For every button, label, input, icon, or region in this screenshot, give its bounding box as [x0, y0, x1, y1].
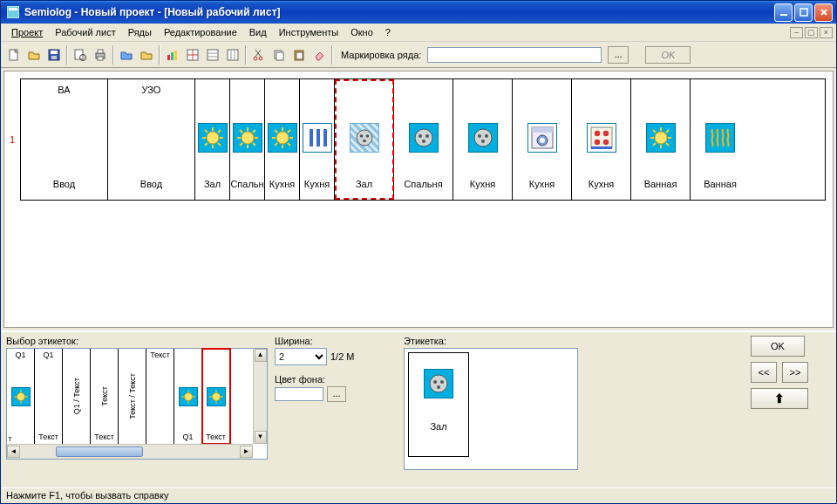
row-cell[interactable]: Ванная [631, 79, 691, 200]
actions-section: OK << >> ⬆ [751, 336, 831, 484]
preview-card: Зал [408, 352, 469, 457]
chart-icon[interactable] [163, 45, 182, 65]
row-cell[interactable]: Зал [335, 79, 394, 200]
lamp-icon [233, 123, 262, 153]
menu-edit[interactable]: Редактирование [159, 25, 242, 39]
menu-worksheet[interactable]: Рабочий лист [50, 25, 120, 39]
svg-line-93 [666, 143, 669, 146]
grid3-icon[interactable] [223, 45, 242, 65]
scroll-right-icon[interactable]: ► [240, 446, 253, 458]
svg-point-69 [415, 129, 432, 146]
mdi-restore-button[interactable]: ▢ [805, 27, 818, 38]
row-cell[interactable]: Спальн [230, 79, 265, 200]
minimize-button[interactable] [774, 3, 793, 22]
workspace: 1 ВАВводУЗОВводЗалСпальнКухняКухняЗалСпа… [3, 71, 834, 328]
row-cell[interactable]: Кухня [265, 79, 300, 200]
vertical-scrollbar[interactable]: ▲ ▼ [253, 349, 267, 444]
svg-point-68 [363, 140, 366, 143]
up-button[interactable]: ⬆ [751, 388, 808, 409]
bars-icon [303, 123, 332, 153]
washer-icon [527, 123, 557, 153]
next-button[interactable]: >> [782, 362, 808, 383]
grid2-icon[interactable] [203, 45, 222, 65]
grid1-icon[interactable] [183, 45, 202, 65]
picker-cell[interactable]: Q1Текст [35, 349, 63, 444]
svg-point-67 [365, 134, 369, 138]
picker-cell[interactable]: Q1 [174, 349, 202, 444]
mdi-minimize-button[interactable]: – [790, 27, 803, 38]
row-marking-input[interactable] [427, 47, 602, 63]
picker-cell[interactable]: TQ1 [7, 349, 35, 444]
cell-bottom-text: Кухня [470, 179, 495, 191]
copy-icon[interactable] [269, 45, 289, 65]
bgcolor-input[interactable] [275, 387, 323, 401]
svg-point-74 [478, 134, 481, 138]
print-preview-icon[interactable] [71, 45, 90, 65]
paste-icon[interactable] [289, 45, 309, 65]
scroll-thumb[interactable] [56, 446, 143, 457]
picker-cell[interactable]: Текст [146, 349, 174, 444]
svg-point-75 [485, 134, 488, 138]
erase-icon[interactable] [310, 45, 329, 65]
picker-cell[interactable]: Q1 / Текст [63, 349, 91, 444]
horizontal-scrollbar[interactable]: ◄ ► [7, 444, 253, 459]
picker-cell[interactable]: Текст / Текст [119, 349, 146, 444]
open-icon[interactable] [24, 45, 44, 65]
cell-bottom-text: Кухня [269, 179, 295, 191]
print-icon[interactable] [91, 45, 110, 65]
menu-rows[interactable]: Ряды [123, 25, 157, 39]
folder-blue-icon[interactable] [117, 45, 136, 65]
row-marking-ellipsis-button[interactable]: ... [608, 46, 629, 64]
mdi-close-button[interactable]: × [820, 27, 833, 38]
cell-top-text: УЗО [142, 85, 161, 97]
app-window: Semiolog - Новый проект - [Новый рабочий… [0, 0, 837, 504]
picker-cell[interactable]: ТекстТекст [91, 349, 119, 444]
cut-icon[interactable] [249, 45, 269, 65]
close-button[interactable] [814, 3, 833, 22]
svg-point-83 [602, 131, 608, 136]
lamp-icon [11, 387, 31, 406]
scroll-left-icon[interactable]: ◄ [7, 446, 20, 458]
row-cell[interactable]: Спальня [394, 79, 453, 200]
svg-line-92 [653, 130, 656, 133]
cell-bottom-text: Зал [356, 179, 372, 191]
statusbar: Нажмите F1, чтобы вызвать справку [1, 487, 836, 503]
svg-line-94 [666, 130, 669, 133]
ok-button[interactable]: OK [751, 336, 805, 357]
maximize-button[interactable] [794, 3, 813, 22]
row-cell[interactable]: Кухня [453, 79, 513, 200]
menu-window[interactable]: Окно [345, 25, 378, 39]
svg-point-87 [655, 132, 667, 144]
preview-label: Этикетка: [404, 336, 587, 346]
row-cell[interactable]: ВАВвод [21, 79, 108, 200]
svg-rect-2 [780, 14, 787, 16]
row-cell[interactable]: УЗОВвод [108, 79, 195, 200]
prev-button[interactable]: << [751, 362, 777, 383]
svg-rect-1 [9, 8, 17, 10]
folder-yellow-icon[interactable] [137, 45, 156, 65]
menu-help[interactable]: ? [380, 25, 396, 39]
bgcolor-ellipsis-button[interactable]: ... [327, 386, 346, 402]
menu-view[interactable]: Вид [244, 25, 272, 39]
scroll-up-icon[interactable]: ▲ [255, 349, 267, 362]
menu-tools[interactable]: Инструменты [274, 25, 344, 39]
width-select[interactable]: 2 [275, 348, 327, 365]
picker-cell[interactable]: Текст [202, 349, 230, 444]
scroll-down-icon[interactable]: ▼ [255, 431, 267, 444]
svg-point-114 [437, 385, 440, 389]
svg-point-73 [474, 129, 492, 146]
new-icon[interactable] [4, 45, 24, 65]
row-cell[interactable]: Кухня [572, 79, 631, 200]
save-icon[interactable] [44, 45, 64, 65]
cell-bottom-text: Спальн [230, 179, 263, 191]
svg-line-43 [205, 143, 208, 146]
preview-card-label: Зал [430, 421, 446, 432]
svg-point-82 [594, 131, 599, 136]
row-cell[interactable]: Кухня [300, 79, 335, 200]
row-cell[interactable]: Зал [195, 79, 230, 200]
menu-project[interactable]: Проект [6, 25, 48, 39]
row-marking-label: Маркировка ряда: [341, 50, 421, 60]
row-marking-ok-button[interactable]: OK [645, 46, 691, 64]
row-cell[interactable]: Кухня [513, 79, 572, 200]
row-cell[interactable]: Ванная [691, 79, 750, 200]
